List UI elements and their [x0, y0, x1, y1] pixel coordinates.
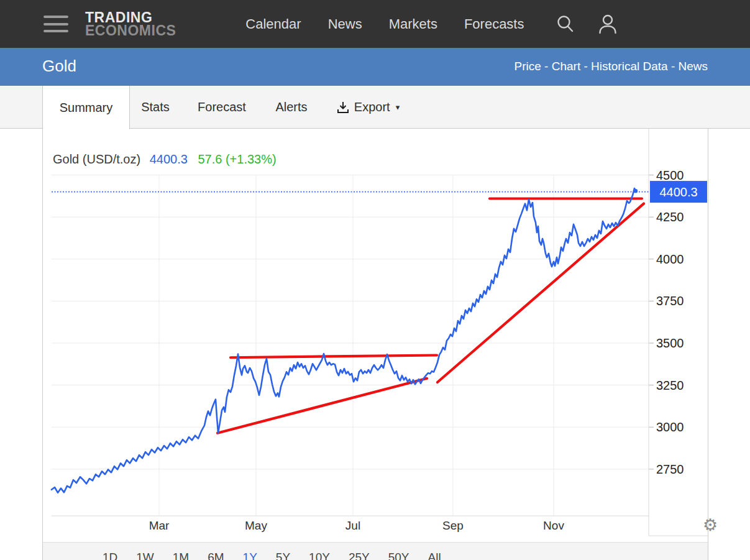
top-navbar: TRADING ECONOMICS Calendar News Markets … — [0, 0, 750, 48]
nav-link-forecasts[interactable]: Forecasts — [464, 16, 524, 32]
range-option-1m[interactable]: 1M — [173, 551, 189, 560]
svg-text:4250: 4250 — [656, 210, 684, 224]
page-title: Gold — [42, 57, 76, 76]
tab-forecast[interactable]: Forecast — [182, 86, 262, 129]
nav-link-markets[interactable]: Markets — [389, 16, 437, 32]
export-label: Export — [354, 100, 390, 114]
download-icon — [336, 101, 350, 114]
svg-text:2750: 2750 — [656, 462, 684, 476]
range-selector-bar: 1D1W1M6M1Y5Y10Y25Y50YAll — [43, 542, 708, 560]
svg-text:Mar: Mar — [149, 519, 170, 532]
svg-text:Jul: Jul — [345, 519, 360, 532]
subheader-links[interactable]: Price - Chart - Historical Data - News — [514, 60, 708, 73]
range-option-all[interactable]: All — [428, 551, 441, 560]
search-icon[interactable] — [556, 14, 575, 34]
svg-text:3000: 3000 — [656, 420, 684, 434]
range-option-1d[interactable]: 1D — [103, 551, 117, 560]
range-option-1w[interactable]: 1W — [136, 551, 154, 560]
svg-text:Nov: Nov — [543, 519, 564, 532]
svg-text:May: May — [245, 519, 267, 532]
user-icon[interactable] — [598, 14, 618, 35]
nav-links: Calendar News Markets Forecasts — [245, 16, 524, 32]
chart-area[interactable]: Gold (USD/t.oz) 4400.3 57.6 (+1.33%) 450… — [43, 129, 708, 536]
nav-link-calendar[interactable]: Calendar — [245, 16, 301, 32]
logo-line-2: ECONOMICS — [85, 24, 176, 37]
nav-link-news[interactable]: News — [328, 16, 362, 32]
range-option-6m[interactable]: 6M — [208, 551, 224, 560]
tab-alerts[interactable]: Alerts — [262, 86, 321, 129]
price-chart-svg[interactable]: 45004250400037503500325030002750MarMayJu… — [43, 129, 708, 536]
chart-settings-gear-icon[interactable]: ⚙ — [703, 515, 718, 535]
svg-text:4000: 4000 — [656, 252, 684, 266]
svg-text:4400.3: 4400.3 — [659, 185, 697, 199]
range-options: 1D1W1M6M1Y5Y10Y25Y50YAll — [103, 551, 441, 560]
price-change: 57.6 (+1.33%) — [198, 152, 276, 166]
range-option-25y[interactable]: 25Y — [349, 551, 370, 560]
svg-text:Sep: Sep — [442, 519, 464, 532]
last-price: 4400.3 — [150, 152, 188, 166]
range-option-5y[interactable]: 5Y — [276, 551, 290, 560]
svg-text:3500: 3500 — [656, 336, 684, 350]
chart-card: Gold (USD/t.oz) 4400.3 57.6 (+1.33%) 450… — [42, 129, 708, 560]
svg-text:3250: 3250 — [656, 379, 684, 392]
hamburger-menu-icon[interactable] — [43, 16, 68, 32]
tab-stats[interactable]: Stats — [129, 86, 182, 129]
range-option-10y[interactable]: 10Y — [309, 551, 330, 560]
instrument-subheader: Gold Price - Chart - Historical Data - N… — [0, 48, 750, 86]
tab-strip: Summary Stats Forecast Alerts Export ▾ — [0, 86, 750, 129]
range-option-1y[interactable]: 1Y — [243, 551, 257, 560]
range-option-50y[interactable]: 50Y — [388, 551, 409, 560]
chart-title: Gold (USD/t.oz) 4400.3 57.6 (+1.33%) — [53, 152, 277, 167]
tab-summary[interactable]: Summary — [42, 86, 130, 129]
svg-text:4500: 4500 — [656, 168, 684, 182]
svg-text:3750: 3750 — [656, 294, 684, 308]
chevron-down-icon: ▾ — [396, 103, 400, 112]
export-button[interactable]: Export ▾ — [321, 86, 414, 129]
trading-economics-logo[interactable]: TRADING ECONOMICS — [85, 11, 176, 37]
page: TRADING ECONOMICS Calendar News Markets … — [0, 0, 750, 560]
nav-icons — [556, 14, 618, 35]
instrument-name: Gold (USD/t.oz) — [53, 152, 140, 166]
